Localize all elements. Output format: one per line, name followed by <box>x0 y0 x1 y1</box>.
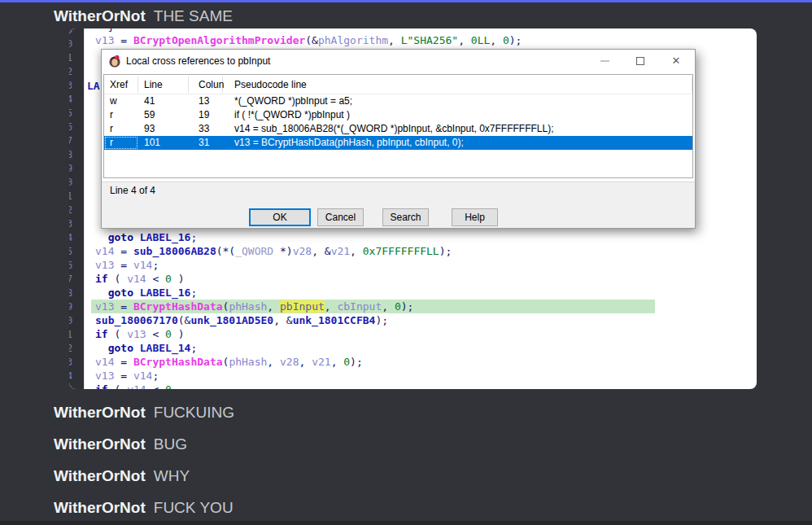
chat-message: WitherOrNotFUCKUING <box>54 402 234 422</box>
maximize-icon[interactable] <box>635 55 646 67</box>
message-author[interactable]: WitherOrNot <box>54 7 146 24</box>
close-icon[interactable]: ✕ <box>670 55 682 67</box>
pseudocode-above-dialog: }v13 = BCryptOpenAlgorithmProvider(&phAl… <box>91 28 655 47</box>
xref-row-selected[interactable]: r10131v13 = BCryptHashData(phHash, pbInp… <box>104 136 692 150</box>
chat-message: WitherOrNotFUCK YOU <box>54 497 234 518</box>
attached-image-ida-screenshot[interactable]: 9 0 1 2 3 4 5 6 7 8 9 0 1 2 3 4 5 6 7 8 … <box>69 28 757 389</box>
status-line-count: Line 4 of 4 <box>110 185 155 196</box>
column-header-pseudocode[interactable]: Pseudocode line <box>223 77 692 93</box>
xref-table-body: w4113*(_QWORD *)pbInput = a5;r5919if ( !… <box>104 94 692 150</box>
column-header-line[interactable]: Line <box>138 77 189 93</box>
message-text: THE SAME <box>154 7 233 24</box>
discord-chat-view: WitherOrNotTHE SAME 9 0 1 2 3 4 5 6 7 8 … <box>0 0 812 525</box>
message-text: FUCKUING <box>154 404 234 421</box>
xref-row[interactable]: r5919if ( !*(_QWORD *)pbInput ) <box>104 108 692 122</box>
search-button[interactable]: Search <box>382 208 429 226</box>
ok-button[interactable]: OK <box>249 208 311 226</box>
chat-message: WitherOrNotBUG <box>54 434 187 454</box>
message-author[interactable]: WitherOrNot <box>54 467 146 484</box>
message-text: FUCK YOU <box>154 499 234 516</box>
message-text: WHY <box>154 467 190 484</box>
current-line-highlight: v13 = BCryptHashData(phHash, pbInput, cb… <box>91 300 655 313</box>
new-messages-accent-bar <box>0 0 812 2</box>
minimize-icon[interactable] <box>599 55 610 67</box>
cancel-button[interactable]: Cancel <box>317 208 364 226</box>
xref-table: Xref Line Colun Pseudocode line w4113*(_… <box>103 74 693 178</box>
dialog-titlebar[interactable]: Local cross references to pbInput ✕ <box>102 50 695 72</box>
clipped-label-text: LA <box>87 80 100 92</box>
line-number-gutter: 9 0 1 2 3 4 5 6 7 8 9 0 1 2 3 4 5 6 7 8 … <box>69 28 85 389</box>
message-author[interactable]: WitherOrNot <box>54 404 146 421</box>
xref-row[interactable]: r9333v14 = sub_18006AB28(*(_QWORD *)pbIn… <box>104 122 692 136</box>
pseudocode-below-dialog: goto LABEL_16;v14 = sub_18006AB28(*(_QWO… <box>91 230 655 389</box>
chat-message: WitherOrNotWHY <box>54 466 190 486</box>
chat-message: WitherOrNotTHE SAME <box>54 6 233 26</box>
xref-table-header[interactable]: Xref Line Colun Pseudocode line <box>104 75 692 94</box>
message-text: BUG <box>154 435 187 453</box>
message-author[interactable]: WitherOrNot <box>54 435 146 453</box>
column-header-xref[interactable]: Xref <box>104 77 138 93</box>
message-author[interactable]: WitherOrNot <box>54 499 146 516</box>
xref-row[interactable]: w4113*(_QWORD *)pbInput = a5; <box>104 94 692 108</box>
column-header-column[interactable]: Colun <box>189 77 223 93</box>
line-numbers: 9 0 1 2 3 4 5 6 7 8 9 0 1 2 3 4 5 6 7 8 … <box>69 28 72 389</box>
bottom-edge-strip <box>0 521 812 525</box>
help-button[interactable]: Help <box>452 208 498 226</box>
ida-app-icon <box>108 55 121 68</box>
dialog-title: Local cross references to pbInput <box>126 55 270 67</box>
xref-dialog-window: Local cross references to pbInput ✕ Xref… <box>101 49 696 229</box>
